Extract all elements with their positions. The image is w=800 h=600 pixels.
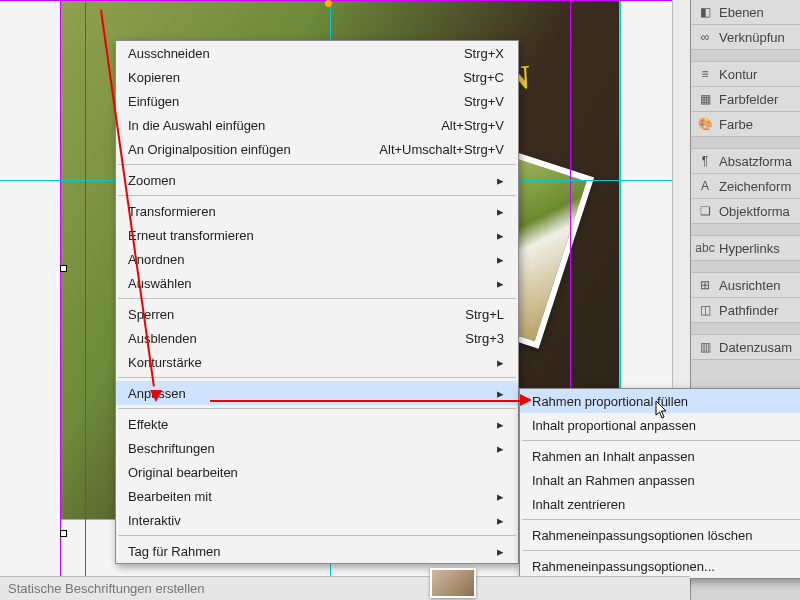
menu-separator: [522, 440, 800, 441]
menu-separator: [118, 164, 516, 165]
panel-links[interactable]: ∞Verknüpfun: [691, 25, 800, 50]
menu-item[interactable]: Zoomen: [116, 168, 518, 192]
guide[interactable]: [85, 0, 86, 600]
menu-item-label: Erneut transformieren: [128, 228, 491, 243]
menu-item[interactable]: KopierenStrg+C: [116, 65, 518, 89]
panel-gap: [691, 261, 800, 273]
menu-item-shortcut: Strg+3: [465, 331, 504, 346]
menu-item-shortcut: Strg+L: [465, 307, 504, 322]
submenu-item[interactable]: Rahmeneinpassungsoptionen löschen: [520, 523, 800, 547]
menu-item[interactable]: Original bearbeiten: [116, 460, 518, 484]
panel-object-styles[interactable]: ❏Objektforma: [691, 199, 800, 224]
anchor-handle[interactable]: [325, 0, 332, 7]
menu-item[interactable]: AusblendenStrg+3: [116, 326, 518, 350]
menu-item[interactable]: In die Auswahl einfügenAlt+Strg+V: [116, 113, 518, 137]
pathfinder-icon: ◫: [697, 302, 713, 318]
menu-item-label: Original bearbeiten: [128, 465, 504, 480]
menu-item[interactable]: Bearbeiten mit: [116, 484, 518, 508]
menu-item-shortcut: Strg+C: [463, 70, 504, 85]
menu-item-label: Interaktiv: [128, 513, 491, 528]
guide[interactable]: [0, 0, 690, 1]
menu-item[interactable]: Konturstärke: [116, 350, 518, 374]
context-menu: AusschneidenStrg+XKopierenStrg+CEinfügen…: [115, 40, 519, 564]
menu-item[interactable]: SperrenStrg+L: [116, 302, 518, 326]
panel-label: Datenzusam: [719, 340, 792, 355]
object-styles-icon: ❏: [697, 203, 713, 219]
menu-item[interactable]: Effekte: [116, 412, 518, 436]
menu-separator: [118, 535, 516, 536]
panel-label: Zeichenform: [719, 179, 791, 194]
panel-layers[interactable]: ◧Ebenen: [691, 0, 800, 25]
menu-item-label: Auswählen: [128, 276, 491, 291]
menu-item[interactable]: Erneut transformieren: [116, 223, 518, 247]
panel-pathfinder[interactable]: ◫Pathfinder: [691, 298, 800, 323]
panel-label: Hyperlinks: [719, 241, 780, 256]
menu-item-label: Bearbeiten mit: [128, 489, 491, 504]
menu-item-label: Tag für Rahmen: [128, 544, 491, 559]
menu-item-label: Kopieren: [128, 70, 463, 85]
panel-stroke[interactable]: ≡Kontur: [691, 62, 800, 87]
align-icon: ⊞: [697, 277, 713, 293]
menu-item[interactable]: Anpassen: [116, 381, 518, 405]
menu-separator: [522, 550, 800, 551]
submenu-item[interactable]: Rahmen an Inhalt anpassen: [520, 444, 800, 468]
panel-label: Absatzforma: [719, 154, 792, 169]
panel-label: Objektforma: [719, 204, 790, 219]
selection-handle[interactable]: [60, 530, 67, 537]
status-bar: Statische Beschriftungen erstellen: [0, 576, 690, 600]
menu-item-label: Anordnen: [128, 252, 491, 267]
menu-item[interactable]: Transformieren: [116, 199, 518, 223]
panel-hyperlinks[interactable]: abcHyperlinks: [691, 236, 800, 261]
menu-item-label: Konturstärke: [128, 355, 491, 370]
menu-item-shortcut: Strg+V: [464, 94, 504, 109]
panel-gap: [691, 224, 800, 236]
panel-gap: [691, 50, 800, 62]
panel-character-styles[interactable]: AZeichenform: [691, 174, 800, 199]
menu-item[interactable]: An Originalposition einfügenAlt+Umschalt…: [116, 137, 518, 161]
menu-separator: [118, 195, 516, 196]
submenu-item[interactable]: Inhalt an Rahmen anpassen: [520, 468, 800, 492]
panel-label: Ebenen: [719, 5, 764, 20]
submenu-item[interactable]: Inhalt zentrieren: [520, 492, 800, 516]
swatches-icon: ▦: [697, 91, 713, 107]
menu-item-label: Beschriftungen: [128, 441, 491, 456]
stroke-icon: ≡: [697, 66, 713, 82]
menu-item[interactable]: Tag für Rahmen: [116, 539, 518, 563]
menu-item[interactable]: Anordnen: [116, 247, 518, 271]
panel-label: Farbfelder: [719, 92, 778, 107]
menu-item-label: Ausschneiden: [128, 46, 464, 61]
hyperlinks-icon: abc: [697, 240, 713, 256]
menu-separator: [522, 519, 800, 520]
character-styles-icon: A: [697, 178, 713, 194]
panel-label: Verknüpfun: [719, 30, 785, 45]
selection-handle[interactable]: [60, 265, 67, 272]
data-merge-icon: ▥: [697, 339, 713, 355]
menu-item-label: Sperren: [128, 307, 465, 322]
menu-separator: [118, 408, 516, 409]
paragraph-styles-icon: ¶: [697, 153, 713, 169]
menu-item[interactable]: AusschneidenStrg+X: [116, 41, 518, 65]
layers-icon: ◧: [697, 4, 713, 20]
panel-label: Kontur: [719, 67, 757, 82]
submenu-item[interactable]: Rahmeneinpassungsoptionen...: [520, 554, 800, 578]
menu-item-label: In die Auswahl einfügen: [128, 118, 441, 133]
menu-item-shortcut: Alt+Strg+V: [441, 118, 504, 133]
status-text: Statische Beschriftungen erstellen: [8, 581, 205, 596]
guide[interactable]: [60, 0, 61, 600]
menu-item-label: Effekte: [128, 417, 491, 432]
panel-color[interactable]: 🎨Farbe: [691, 112, 800, 137]
panel-paragraph-styles[interactable]: ¶Absatzforma: [691, 149, 800, 174]
panel-swatches[interactable]: ▦Farbfelder: [691, 87, 800, 112]
panel-align[interactable]: ⊞Ausrichten: [691, 273, 800, 298]
menu-item[interactable]: Beschriftungen: [116, 436, 518, 460]
color-icon: 🎨: [697, 116, 713, 132]
menu-item[interactable]: EinfügenStrg+V: [116, 89, 518, 113]
menu-item[interactable]: Interaktiv: [116, 508, 518, 532]
menu-item-label: Anpassen: [128, 386, 491, 401]
panel-gap: [691, 137, 800, 149]
menu-item-label: Zoomen: [128, 173, 491, 188]
menu-item-label: Ausblenden: [128, 331, 465, 346]
panel-data-merge[interactable]: ▥Datenzusam: [691, 335, 800, 360]
menu-item-label: An Originalposition einfügen: [128, 142, 379, 157]
menu-item[interactable]: Auswählen: [116, 271, 518, 295]
